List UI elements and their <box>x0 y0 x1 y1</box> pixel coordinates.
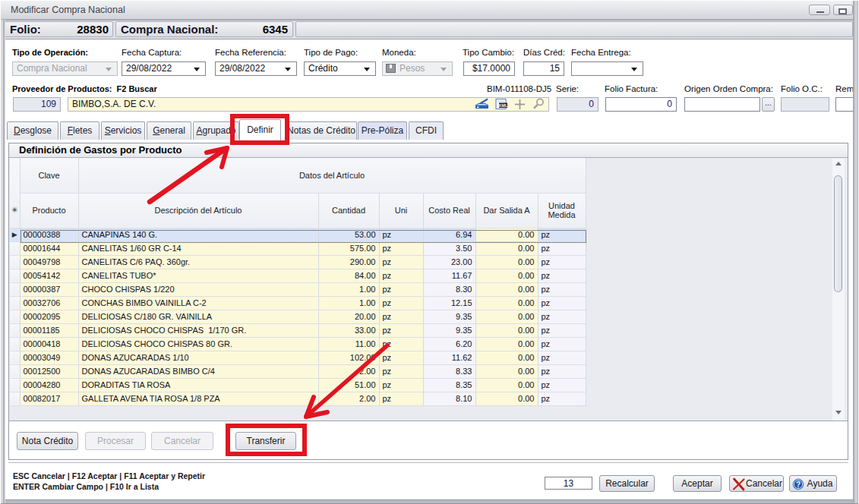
svg-text:?: ? <box>796 480 801 489</box>
svg-text:XML: XML <box>498 103 508 108</box>
